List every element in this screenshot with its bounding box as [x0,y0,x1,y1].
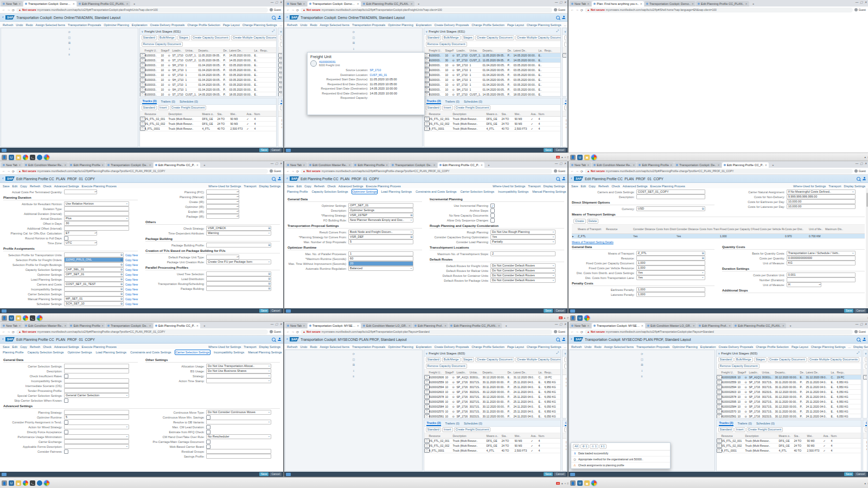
toolbar-button[interactable]: Page Layout [222,23,240,27]
browser-tab[interactable]: Edit Planning Profile CC_PLAN..✕ [77,1,130,7]
search-icon[interactable] [857,338,860,341]
toolbar-button[interactable]: Standard [142,35,157,40]
select-field[interactable]: Do Not Use Transportation Allocat.. [206,364,271,369]
address-bar[interactable]: ▲Not securemyvmware.munifiedtech.com/sap… [301,8,552,12]
back-icon[interactable]: ← [571,330,574,333]
tab-schedules-0[interactable]: Schedules (0) [463,99,483,104]
toolbar-button[interactable]: Undo [299,23,308,27]
window-controls[interactable]: —▢✕ [856,1,867,4]
volume-icon[interactable]: ◖ [564,482,566,485]
column-header[interactable]: La.. [831,371,837,374]
browser-tab[interactable]: Edit Planning Prof..✕ [413,323,448,328]
column-header[interactable]: Stage [737,371,744,374]
field-value-link[interactable]: SP_1710 [370,68,381,72]
toolbar-button[interactable]: Insert [158,105,169,110]
folder-icon[interactable]: ▣ [584,155,590,160]
table-row[interactable]: ☐410000259510⊙SP_171630271S..30.11.2020 … [424,400,561,404]
new-tab-button[interactable]: + [201,323,208,328]
column-header[interactable]: Unloa.. [469,49,482,52]
folder-icon[interactable]: ▣ [16,155,21,160]
toolbar-button[interactable]: Where-Used for Settings [492,185,526,188]
forward-icon[interactable]: → [576,330,579,333]
table-row[interactable]: ▸Z_FTLYesYes1,0000.9700.700 KM [572,234,865,239]
checkbox[interactable] [490,208,495,213]
browser-tab[interactable]: Edit Condition Master Re..✕ [23,323,68,328]
input-field[interactable]: OPT_SET_01 [64,272,124,277]
user-icon[interactable] [863,338,866,341]
tab-close-icon[interactable]: ✕ [357,2,359,5]
user-icon[interactable] [562,338,565,341]
select-field[interactable]: Partially [490,239,556,244]
toolbar-button[interactable]: Check [327,185,336,188]
table-row[interactable]: ☐410000260310⊙SP_171630231S..30.12.2020 … [424,390,561,395]
toolbar-button[interactable]: Transportation Proposals [67,23,101,27]
toolbar-button[interactable]: Undo [299,345,308,349]
checkbox[interactable] [490,218,495,223]
table-row[interactable]: ☐4100003..10⊙SH_1710101.04.2020 00:05..P… [424,78,561,83]
toolbar-button[interactable]: Explanation [416,23,432,27]
toolbar-button[interactable]: Transport [828,185,841,188]
tab-close-icon[interactable]: ✕ [765,163,767,167]
table-row[interactable]: ☐Ds4100306..■44ST_1710ELR_GB1_D..14.05.2… [278,83,282,87]
collapse-icon[interactable]: ∨ [564,352,566,355]
copy-new-link[interactable]: Copy New [125,297,138,301]
checkbox[interactable] [206,430,210,434]
toolbar-button[interactable]: Create Multiple Capacity Documents [515,35,560,40]
input-field[interactable] [64,369,129,373]
tab-close-icon[interactable]: ✕ [303,2,305,5]
select-field[interactable] [64,424,129,429]
tab-close-icon[interactable]: ✕ [348,163,350,167]
toolbar-button[interactable]: Where-Used for Settings [793,185,826,188]
toolbar-button[interactable]: Stages [177,35,190,40]
table-row[interactable]: ☐4100003..30⊙ST_1710CUST_2..11.05.2020 0… [424,58,561,63]
toolbar-button[interactable]: Assign Selected Items [604,345,634,349]
tab-close-icon[interactable]: ✕ [18,2,21,5]
input-field[interactable]: 0.0000000000000 [787,256,856,261]
toolbar-button[interactable]: Assign Selected Items [35,23,66,27]
column-header[interactable]: F [168,49,172,52]
reload-icon[interactable]: ⟳ [12,169,15,173]
firefox-icon[interactable] [37,155,42,160]
input-field[interactable]: Optimizer Settings [348,208,413,213]
table-row[interactable]: ☐4100003..10⊙ST_1710CUST_1..14.05.2020 0… [140,92,277,96]
collapse-icon[interactable]: ∨ [426,352,428,355]
table-row[interactable]: ☐4100003..10⊙SH_1710101.04.2020 00:05..P… [424,63,561,68]
table-row[interactable]: ☐410000258410⊙SP_171630171S..30.12.2020 … [717,404,861,409]
input-field[interactable] [64,226,129,231]
copy-new-link[interactable]: Copy New [125,283,138,286]
column-header[interactable]: Departu.. [775,371,800,374]
column-header[interactable]: Freight U.. [429,371,445,374]
table-row[interactable]: ☐VS_FTL_02_002Truck (Multi Resour..DFS_G… [717,443,861,448]
column-header[interactable]: Num.. [538,112,545,116]
chrome-active-icon[interactable] [37,315,42,321]
user-icon[interactable] [278,338,281,341]
profile-chip[interactable]: Guest [270,330,281,333]
forward-icon[interactable]: → [576,8,579,11]
split-layout-icon[interactable]: ◫ [352,36,355,39]
tab-capacity-selection-settings[interactable]: Capacity Selection Settings [311,189,349,194]
column-header[interactable]: Unit of Me.. [808,227,825,231]
person-icon[interactable]: 👤 [570,480,576,486]
browser-tab[interactable]: New Tab✕ [285,162,307,168]
toolbar-button[interactable]: ... [847,345,851,349]
expand-icon[interactable]: ⤢ [857,351,859,355]
column-header[interactable]: Latest De.. [229,49,254,52]
toolbar-button[interactable]: Standard [142,105,157,110]
table-row[interactable]: ☐VS_FTL_02_002Truck (Multi Resour..DFS_G… [424,443,561,448]
chrome-active-icon[interactable] [591,155,597,160]
column-header[interactable]: Consider Distance Costs from Transportat… [676,227,719,231]
app-back-icon[interactable]: ‹ [2,337,4,341]
toolbar-button[interactable]: Optimizer Planning [387,345,413,349]
input-field[interactable] [64,439,129,444]
select-field[interactable]: Use Relative Horizon [64,201,129,206]
toolbar-button[interactable]: Assign Selected Items [320,23,350,27]
input-field[interactable]: CAP_SEL_01 [64,267,124,272]
toolbar-button[interactable]: Advanced Settings [622,185,648,188]
browser-tab[interactable]: Edit Planning Profile CC_P..✕ [154,162,200,168]
tab-close-icon[interactable]: ✕ [692,2,694,5]
toolbar-button[interactable]: Remove Capacity Document [426,364,467,369]
column-header[interactable]: Departu.. [198,49,223,52]
tab-close-icon[interactable]: ✕ [633,163,635,167]
save-button[interactable]: Save [544,148,553,152]
toolbar-button[interactable]: Refresh [598,185,609,188]
